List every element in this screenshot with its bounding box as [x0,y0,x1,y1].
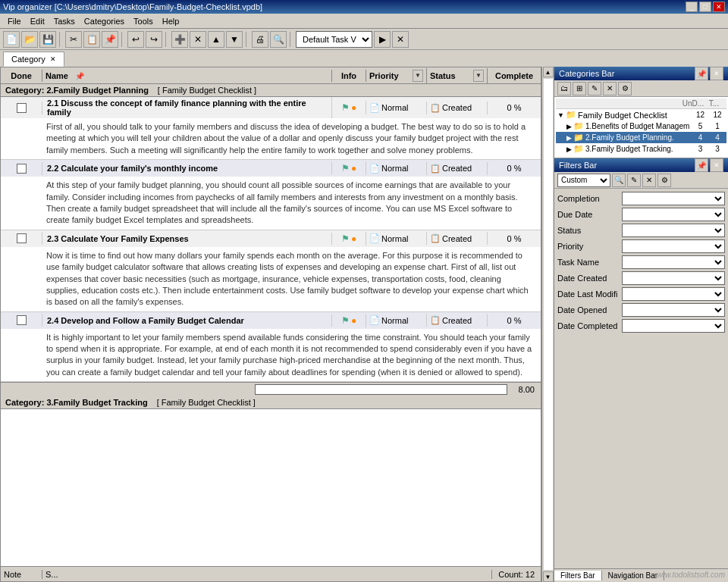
panel-tab-filters[interactable]: Filters Bar [554,571,602,580]
scroll-up[interactable]: ▲ [543,67,554,77]
scroll-down[interactable]: ▼ [543,571,554,582]
tree-item-cat2[interactable]: ▶ 📁 2.Family Budget Planning. 4 4 [556,132,726,143]
filter-select-datecompleted[interactable] [622,319,725,333]
cat-toolbar-btn5[interactable]: ⚙ [618,82,632,95]
task-status-2-4: 📋 Created [427,314,488,327]
scrollbar[interactable]: ▲ ▼ [541,67,554,582]
maximize-button[interactable]: □ [699,2,711,12]
cat-toolbar-btn3[interactable]: ✎ [588,82,601,95]
col-name-icon[interactable]: 📌 [75,72,84,80]
toolbar-add[interactable]: ➕ [171,31,188,48]
task-main-2-2[interactable]: 2.2 Calculate your family's monthly inco… [1,160,541,177]
toolbar-paste[interactable]: 📌 [102,31,118,48]
toolbar-view-btn2[interactable]: ✕ [392,31,409,48]
task-done-2-2[interactable] [1,162,42,175]
view-dropdown[interactable]: Default Task V [296,31,372,48]
checkbox-2-2[interactable] [17,164,27,174]
task-complete-2-3: 0 % [488,233,541,245]
filters-header: Filters Bar 📌 ✕ [554,158,728,172]
task-main-2-4[interactable]: 2.4 Develop and Follow a Family Budget C… [1,312,541,329]
toolbar-print[interactable]: 🖨 [252,31,268,48]
filter-select-status[interactable] [622,224,725,237]
watermark: www.todolistsoft.com [654,571,725,579]
toolbar-open[interactable]: 📂 [21,31,38,48]
task-scroll[interactable]: Category: 2.Family Budget Planning [ Fam… [1,84,541,566]
filter-close-btn[interactable]: ✕ [710,158,723,172]
category-3-label: Category: 3.Family Budget Tracking [5,398,148,407]
tab-close-icon[interactable]: ✕ [50,55,56,63]
filter-btn1[interactable]: 🔍 [612,174,626,187]
task-name-2-4[interactable]: 2.4 Develop and Follow a Family Budget C… [42,314,332,327]
col-header-status: Status ▼ [427,68,488,83]
filter-pin-btn[interactable]: 📌 [695,158,708,172]
minimize-button[interactable]: _ [686,2,698,12]
status-sort-arrow[interactable]: ▼ [473,70,484,82]
toolbar-redo[interactable]: ↪ [146,31,162,48]
categories-title: Categories Bar [559,69,614,78]
toolbar-cut[interactable]: ✂ [65,31,82,48]
filter-label-datelastmod: Date Last Modifi [557,289,622,299]
task-status-2-3: 📋 Created [427,232,488,245]
task-name-2-3[interactable]: 2.3 Calculate Your Family Expenses [42,233,332,245]
scroll-track [544,79,553,570]
tree-item-root[interactable]: ▼ 📁 Family Budget Checklist 12 12 [556,109,726,120]
menu-help[interactable]: Help [158,15,184,27]
toolbar-up[interactable]: ▲ [208,31,224,48]
filter-btn4[interactable]: ⚙ [657,174,671,187]
task-name-2-2[interactable]: 2.2 Calculate your family's monthly inco… [42,162,332,174]
menu-categories[interactable]: Categories [80,15,129,27]
filters-section: Filters Bar 📌 ✕ Custom 🔍 ✎ ✕ ⚙ Completio… [554,158,728,582]
filter-select-duedate[interactable] [622,208,725,221]
filter-select-datelastmod[interactable] [622,287,725,301]
menu-tools[interactable]: Tools [129,15,158,27]
filter-select-completion[interactable] [622,192,725,205]
cat-close-btn[interactable]: ✕ [710,67,723,80]
menu-file[interactable]: File [3,15,26,27]
task-name-2-1[interactable]: 2.1 Discuss the concept of family financ… [42,97,332,118]
tree-expand-cat3[interactable]: ▶ [566,146,572,153]
tab-category[interactable]: Category ✕ [3,52,64,67]
tree-item-cat3[interactable]: ▶ 📁 3.Family Budget Tracking. 3 3 [556,143,726,155]
filter-select-taskname[interactable] [622,255,725,269]
task-done-2-1[interactable] [1,102,42,114]
menu-tasks[interactable]: Tasks [49,15,80,27]
filter-select-datecreated[interactable] [622,271,725,285]
toolbar-new[interactable]: 📄 [3,31,20,48]
task-main-2-3[interactable]: 2.3 Calculate Your Family Expenses ⚑ ● 📄… [1,230,541,247]
menu-edit[interactable]: Edit [26,15,49,27]
tree-expand-root[interactable]: ▼ [557,111,564,119]
col-status-label: Status [430,71,456,80]
task-main-2-1[interactable]: 2.1 Discuss the concept of family financ… [1,97,541,118]
filter-select-dateopened[interactable] [622,303,725,317]
tree-expand-cat2[interactable]: ▶ [566,134,572,142]
toolbar-copy[interactable]: 📋 [83,31,100,48]
filter-preset-dropdown[interactable]: Custom [557,174,610,187]
task-done-2-3[interactable] [1,232,42,245]
toolbar-delete[interactable]: ✕ [190,31,206,48]
checkbox-2-4[interactable] [17,315,27,325]
filter-btn3[interactable]: ✕ [642,174,656,187]
cat-pin-btn[interactable]: 📌 [695,67,708,80]
toolbar-down[interactable]: ▼ [226,31,243,48]
task-done-2-4[interactable] [1,314,42,327]
toolbar-undo[interactable]: ↩ [127,31,144,48]
column-headers: Done Name 📌 Info Priority ▼ Status ▼ Com… [1,67,541,84]
cat-toolbar-btn4[interactable]: ✕ [603,82,617,95]
categories-header-controls: 📌 ✕ [695,67,723,80]
toolbar-save[interactable]: 💾 [39,31,56,48]
checkbox-2-1[interactable] [17,103,27,113]
checkbox-2-3[interactable] [17,233,27,243]
close-button[interactable]: ✕ [713,2,725,12]
priority-icon-2-1: ● [351,102,356,113]
cat-toolbar-btn1[interactable]: 🗂 [557,82,571,95]
filter-row-taskname: Task Name [557,255,725,269]
tree-expand-cat1[interactable]: ▶ [566,123,572,130]
toolbar-find[interactable]: 🔍 [270,31,287,48]
toolbar-view-btn1[interactable]: ▶ [374,31,391,48]
priority-sort-arrow[interactable]: ▼ [413,70,423,82]
filter-btn2[interactable]: ✎ [627,174,641,187]
tree-item-cat1[interactable]: ▶ 📁 1.Benefits of Budget Managem 5 1 [556,120,726,132]
cat-toolbar-btn2[interactable]: ⊞ [573,82,586,95]
filter-select-priority[interactable] [622,239,725,253]
filter-label-duedate: Due Date [557,210,622,219]
